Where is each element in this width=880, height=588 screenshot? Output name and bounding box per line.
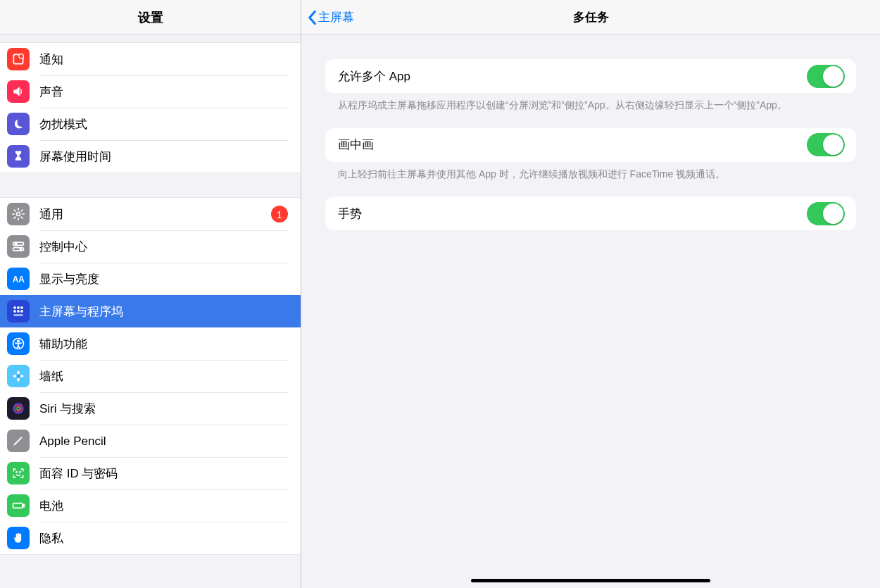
sidebar-scroll[interactable]: 通知 声音 勿扰模式 — [0, 35, 301, 588]
sidebar-item-label: Apple Pencil — [39, 434, 288, 449]
svg-rect-12 — [17, 310, 19, 312]
bell-icon — [7, 48, 30, 70]
siri-icon — [7, 397, 30, 420]
row-allow-multiple-apps: 允许多个 App — [325, 59, 856, 93]
detail-scroll[interactable]: 允许多个 App 从程序坞或主屏幕拖移应用程序以创建“分屏浏览”和“侧拉”App… — [301, 35, 880, 588]
sidebar-item-label: 面容 ID 与密码 — [39, 465, 288, 482]
gear-icon — [7, 203, 30, 225]
setting-card: 允许多个 App — [325, 59, 856, 93]
sidebar-item-sounds[interactable]: 声音 — [0, 75, 301, 108]
row-picture-in-picture: 画中画 — [325, 128, 856, 162]
svg-point-6 — [20, 249, 22, 251]
face-icon — [7, 462, 30, 484]
row-gestures: 手势 — [325, 196, 856, 230]
svg-point-16 — [18, 340, 20, 342]
svg-rect-10 — [20, 306, 23, 308]
pencil-icon — [7, 430, 30, 452]
svg-point-1 — [19, 54, 24, 59]
section-footer: 向上轻扫前往主屏幕并使用其他 App 时，允许继续播放视频和进行 FaceTim… — [325, 162, 856, 197]
svg-rect-11 — [13, 310, 15, 312]
sidebar-group: 通知 声音 勿扰模式 — [0, 42, 301, 173]
toggle-gestures[interactable] — [807, 202, 845, 225]
sidebar-item-label: 显示与亮度 — [39, 271, 288, 287]
sidebar-item-label: 墙纸 — [39, 368, 288, 384]
svg-rect-28 — [23, 504, 25, 506]
svg-point-20 — [13, 375, 17, 377]
hand-icon — [7, 527, 30, 549]
sidebar-item-label: 电池 — [39, 498, 288, 514]
svg-point-18 — [17, 371, 20, 375]
svg-point-19 — [17, 378, 20, 382]
sidebar-item-label: 通知 — [39, 51, 288, 68]
sidebar-item-label: Siri 与搜索 — [39, 401, 288, 417]
moon-icon — [7, 113, 30, 135]
svg-point-17 — [17, 375, 20, 377]
sidebar-item-label: 辅助功能 — [39, 336, 288, 352]
battery-icon — [7, 494, 30, 517]
person-icon — [7, 332, 30, 355]
sidebar-item-wallpaper[interactable]: 墙纸 — [0, 360, 301, 392]
sidebar-item-label: 勿扰模式 — [39, 116, 288, 132]
sidebar-item-battery[interactable]: 电池 — [0, 489, 301, 522]
sidebar-item-accessibility[interactable]: 辅助功能 — [0, 327, 301, 360]
chevron-left-icon — [307, 10, 317, 25]
sidebar-item-label: 隐私 — [39, 530, 288, 546]
sidebar-item-dnd[interactable]: 勿扰模式 — [0, 108, 301, 140]
sidebar-item-notifications[interactable]: 通知 — [0, 43, 301, 75]
svg-point-21 — [20, 375, 24, 377]
sidebar-item-label: 通用 — [39, 206, 271, 223]
section-footer: 从程序坞或主屏幕拖移应用程序以创建“分屏浏览”和“侧拉”App。从右侧边缘轻扫显… — [325, 93, 856, 128]
detail-title: 多任务 — [573, 9, 609, 25]
sidebar-item-general[interactable]: 通用 1 — [0, 198, 301, 230]
home-indicator[interactable] — [471, 579, 710, 582]
hourglass-icon — [7, 145, 30, 168]
svg-rect-13 — [20, 310, 23, 312]
row-label: 允许多个 App — [338, 68, 807, 85]
svg-rect-8 — [13, 306, 15, 308]
notification-badge: 1 — [271, 206, 288, 223]
sidebar-item-faceid[interactable]: 面容 ID 与密码 — [0, 457, 301, 489]
svg-point-4 — [15, 243, 17, 245]
grid-icon — [7, 300, 30, 323]
svg-rect-14 — [13, 314, 23, 316]
svg-point-24 — [17, 407, 20, 410]
detail-pane: 主屏幕 多任务 允许多个 App 从程序坞或主屏幕拖移应用程序以创建“分屏浏览”… — [301, 0, 880, 588]
sidebar-item-label: 屏幕使用时间 — [39, 149, 288, 165]
sidebar-item-control-center[interactable]: 控制中心 — [0, 230, 301, 263]
sidebar-item-home-dock[interactable]: 主屏幕与程序坞 — [0, 295, 301, 327]
sidebar-item-privacy[interactable]: 隐私 — [0, 522, 301, 554]
svg-point-23 — [15, 406, 21, 411]
svg-point-2 — [17, 213, 20, 216]
sidebar-title: 设置 — [0, 0, 301, 35]
switches-icon — [7, 235, 30, 258]
sidebar-item-label: 控制中心 — [39, 239, 288, 255]
row-label: 画中画 — [338, 137, 807, 153]
svg-point-26 — [20, 472, 20, 473]
sidebar-item-label: 主屏幕与程序坞 — [39, 304, 288, 320]
sidebar-group: 通用 1 控制中心 AA 显示与亮度 — [0, 197, 301, 555]
sidebar-item-display[interactable]: AA 显示与亮度 — [0, 263, 301, 295]
toggle-picture-in-picture[interactable] — [807, 133, 845, 156]
setting-card: 手势 — [325, 196, 856, 230]
svg-rect-9 — [17, 306, 19, 308]
svg-text:AA: AA — [13, 275, 25, 284]
aa-icon: AA — [7, 268, 30, 290]
sidebar-item-label: 声音 — [39, 84, 288, 100]
setting-card: 画中画 — [325, 128, 856, 162]
toggle-allow-multiple-apps[interactable] — [807, 65, 845, 88]
sidebar-item-screen-time[interactable]: 屏幕使用时间 — [0, 140, 301, 173]
svg-rect-27 — [13, 503, 23, 508]
back-button[interactable]: 主屏幕 — [307, 0, 354, 35]
sidebar-item-siri[interactable]: Siri 与搜索 — [0, 392, 301, 425]
back-label: 主屏幕 — [318, 9, 354, 25]
flower-icon — [7, 365, 30, 387]
sidebar-item-pencil[interactable]: Apple Pencil — [0, 425, 301, 457]
row-label: 手势 — [338, 206, 807, 222]
svg-point-25 — [16, 472, 17, 473]
speaker-icon — [7, 80, 30, 103]
detail-header: 主屏幕 多任务 — [301, 0, 880, 35]
settings-sidebar: 设置 通知 声音 — [0, 0, 301, 588]
